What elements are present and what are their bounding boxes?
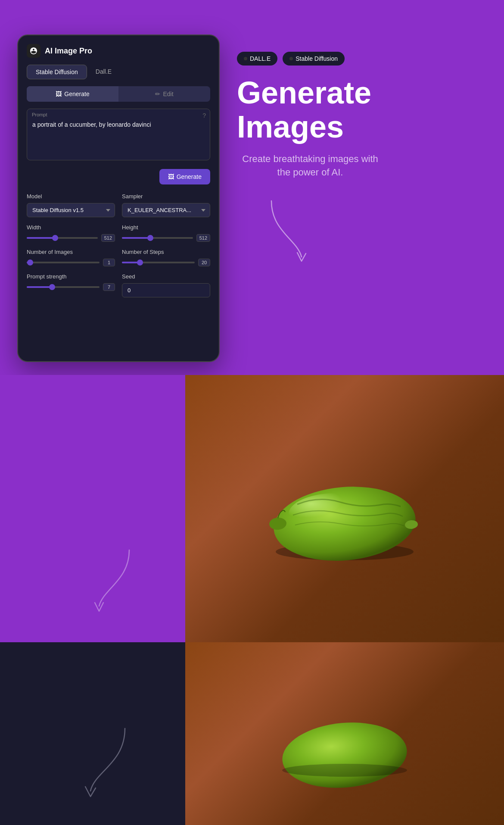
- height-value: 512: [196, 234, 210, 242]
- width-label: Width: [27, 224, 115, 231]
- sampler-select[interactable]: K_EULER_ANCESTRA...: [122, 203, 210, 217]
- app-logo-icon: [27, 44, 40, 58]
- seed-input[interactable]: [122, 283, 210, 297]
- sampler-label: Sampler: [122, 193, 210, 200]
- seed-label: Seed: [122, 273, 210, 280]
- stable-diffusion-badge-label: Stable Diffusion: [296, 55, 338, 62]
- arrow-down-icon: [263, 197, 314, 266]
- help-icon: ?: [202, 112, 206, 119]
- width-slider-row: 512: [27, 234, 115, 242]
- cucumber-svg: [254, 444, 435, 573]
- hero-title: Generate Images: [237, 76, 371, 144]
- num-images-slider-row: 1: [27, 259, 115, 266]
- svg-point-5: [280, 718, 410, 793]
- prompt-textarea[interactable]: a portrait of a cucumber, by leonardo da…: [27, 109, 210, 160]
- app-title: AI Image Pro: [45, 47, 92, 56]
- hero-title-line2: Images: [237, 110, 371, 144]
- generate-tab-icon: 🖼: [56, 91, 62, 97]
- stable-diffusion-badge: Stable Diffusion: [283, 52, 345, 66]
- settings-grid: Model Stable Diffusion v1.5 Sampler K_EU…: [27, 193, 210, 297]
- arrow-down-container: [263, 197, 314, 267]
- height-label: Height: [122, 224, 210, 231]
- prompt-strength-group: Prompt strength 7: [27, 273, 115, 297]
- generate-button[interactable]: 🖼 Generate: [159, 169, 210, 184]
- generate-tab-button[interactable]: 🖼 Generate: [27, 86, 118, 102]
- prompt-label: Prompt: [32, 112, 47, 117]
- num-images-label: Number of Images: [27, 249, 115, 255]
- generate-row: 🖼 Generate: [27, 169, 210, 184]
- num-images-slider[interactable]: [27, 262, 100, 263]
- width-value: 512: [101, 234, 115, 242]
- hero-title-line1: Generate: [237, 76, 371, 110]
- dalle-badge: DALL.E: [237, 52, 277, 66]
- width-slider[interactable]: [27, 237, 98, 239]
- bottom-left-arrow-container: [86, 546, 138, 616]
- stable-diffusion-badge-dot: [289, 57, 293, 60]
- tabs-container: Stable Diffusion Dall.E: [27, 65, 210, 79]
- seed-group: Seed: [122, 273, 210, 297]
- top-section: AI Image Pro Stable Diffusion Dall.E 🖼 G…: [0, 0, 504, 375]
- badge-row: DALL.E Stable Diffusion: [237, 52, 345, 66]
- bottom-arrow-icon: [78, 724, 134, 797]
- num-steps-slider-row: 20: [122, 259, 210, 266]
- bottom-section: [0, 642, 504, 825]
- hero-right: DALL.E Stable Diffusion Generate Images …: [220, 34, 487, 267]
- prompt-strength-value: 7: [103, 283, 115, 291]
- model-label: Model: [27, 193, 115, 200]
- num-steps-slider[interactable]: [122, 262, 195, 263]
- tablet-mockup: AI Image Pro Stable Diffusion Dall.E 🖼 G…: [17, 34, 220, 362]
- dalle-badge-dot: [244, 57, 247, 60]
- num-steps-group: Number of Steps 20: [122, 249, 210, 266]
- bottom-left: [0, 642, 185, 825]
- bottom-left-arrow-icon: [86, 546, 138, 615]
- bottom-arrow-container: [78, 724, 134, 799]
- height-group: Height 512: [122, 224, 210, 242]
- height-slider-row: 512: [122, 234, 210, 242]
- bottom-right: [185, 642, 504, 825]
- prompt-strength-slider[interactable]: [27, 286, 100, 288]
- width-group: Width 512: [27, 224, 115, 242]
- cucumber-image: [185, 375, 504, 642]
- svg-point-6: [282, 764, 407, 777]
- num-steps-label: Number of Steps: [122, 249, 210, 255]
- edit-tab-label: Edit: [163, 91, 173, 97]
- tab-dalle[interactable]: Dall.E: [87, 65, 120, 79]
- dalle-badge-label: DALL.E: [250, 55, 271, 62]
- model-group: Model Stable Diffusion v1.5: [27, 193, 115, 217]
- middle-section: [0, 375, 504, 642]
- hero-subtitle: Create breathtaking images with the powe…: [237, 153, 383, 179]
- num-images-group: Number of Images 1: [27, 249, 115, 266]
- middle-left: [0, 375, 185, 642]
- prompt-strength-slider-row: 7: [27, 283, 115, 291]
- bottom-cucumber-continuation: [263, 669, 426, 798]
- prompt-container: Prompt a portrait of a cucumber, by leon…: [27, 109, 210, 162]
- tab-stable-diffusion[interactable]: Stable Diffusion: [27, 65, 87, 79]
- generate-tab-label: Generate: [64, 91, 89, 97]
- edit-tab-icon: ✏: [155, 91, 160, 97]
- model-select[interactable]: Stable Diffusion v1.5: [27, 203, 115, 217]
- prompt-strength-label: Prompt strength: [27, 273, 115, 280]
- edit-tab-button[interactable]: ✏ Edit: [118, 86, 210, 102]
- num-images-value: 1: [103, 259, 115, 266]
- height-slider[interactable]: [122, 237, 193, 239]
- bottom-cucumber-bg: [185, 642, 504, 825]
- num-steps-value: 20: [198, 259, 210, 266]
- generate-btn-label: Generate: [177, 173, 202, 180]
- sampler-group: Sampler K_EULER_ANCESTRA...: [122, 193, 210, 217]
- action-bar: 🖼 Generate ✏ Edit: [27, 86, 210, 102]
- middle-right: [185, 375, 504, 642]
- generate-btn-icon: 🖼: [168, 173, 174, 180]
- app-header: AI Image Pro: [27, 44, 210, 58]
